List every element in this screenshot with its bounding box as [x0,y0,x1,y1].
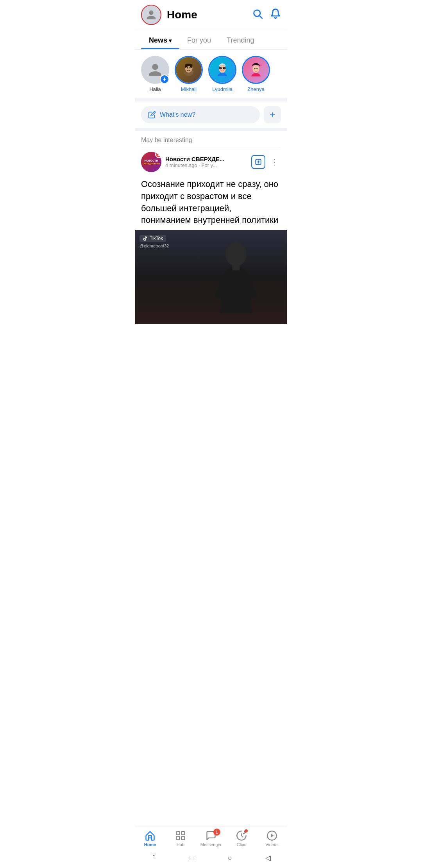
svg-point-18 [225,242,247,266]
post-header: НОВОСТИ СВЕРХДЕРЖАВЫ 1 Новости СВЕРХДЕ..… [135,147,287,177]
post-separator: · [198,162,201,168]
add-circle-icon [255,158,262,165]
story-item-mikhail[interactable]: Mikhail [175,56,203,92]
post-time: 4 minutes ago [165,162,197,168]
profile-avatar[interactable] [141,5,161,25]
story-avatar-mikhail [175,56,203,84]
post-meta: 4 minutes ago · For y... [165,162,247,168]
post-text: Осознание приходит не сразу, оно приходи… [135,177,287,230]
channel-name: Новости СВЕРХДЕ... [165,156,247,162]
tab-trending[interactable]: Trending [219,30,262,49]
header-actions [252,8,281,22]
video-person [205,238,267,324]
tiktok-icon [143,236,148,241]
svg-line-1 [259,16,262,18]
channel-badge: 1 [155,152,161,158]
story-avatar-wrap-lyudmila [208,56,236,84]
post-image[interactable]: TikTok @oldmetroot32 [135,230,287,324]
tab-news-dropdown-icon: ▾ [169,37,172,44]
story-name-lyudmila: Lyudmila [212,86,232,92]
story-avatar-wrap-halla: + [141,56,169,84]
notifications-icon[interactable] [270,8,281,22]
channel-avatar[interactable]: НОВОСТИ СВЕРХДЕРЖАВЫ 1 [141,152,161,172]
story-avatar-wrap-mikhail [175,56,203,84]
post-input-row: What's new? + [135,101,287,131]
more-options-button[interactable]: ⋮ [268,156,281,168]
add-story-button[interactable]: + [160,75,169,84]
page-title: Home [167,9,252,21]
svg-point-13 [254,68,256,69]
post-card: НОВОСТИ СВЕРХДЕРЖАВЫ 1 Новости СВЕРХДЕ..… [135,147,287,324]
tab-news[interactable]: News ▾ [141,30,179,49]
channel-avatar-inner: НОВОСТИ СВЕРХДЕРЖАВЫ 1 [141,152,161,172]
story-item-lyudmila[interactable]: Lyudmila [208,56,236,92]
story-avatar-lyudmila [208,56,236,84]
story-name-zhenya: Zhenya [247,86,264,92]
edit-icon [148,111,156,119]
svg-rect-10 [223,67,226,69]
tiktok-username: @oldmetroot32 [139,244,169,248]
whats-new-label: What's new? [160,111,195,118]
post-info: Новости СВЕРХДЕ... 4 minutes ago · For y… [165,156,247,168]
story-avatar-wrap-zhenya [242,56,270,84]
svg-rect-19 [232,265,240,270]
story-avatar-zhenya [242,56,270,84]
tab-for-you[interactable]: For you [179,30,219,49]
post-source: For y... [202,162,217,168]
svg-rect-9 [219,67,222,69]
section-label-interesting: May be interesting [135,131,287,147]
add-post-button[interactable]: + [264,106,281,123]
svg-point-14 [256,68,257,69]
tabs-bar: News ▾ For you Trending [135,30,287,50]
app-header: Home [135,0,287,30]
search-icon[interactable] [252,8,263,22]
story-item-zhenya[interactable]: Zhenya [242,56,270,92]
whats-new-button[interactable]: What's new? [141,106,260,123]
story-name-halla: Halla [149,86,161,92]
tiktok-label: TikTok [139,235,166,242]
story-name-mikhail: Mikhail [181,86,197,92]
subscribe-button[interactable] [251,155,265,169]
post-actions: ⋮ [251,155,281,169]
svg-point-4 [187,67,188,68]
story-item-self[interactable]: + Halla [141,56,169,92]
stories-row: + Halla Mikha [135,50,287,101]
svg-point-5 [190,67,191,68]
